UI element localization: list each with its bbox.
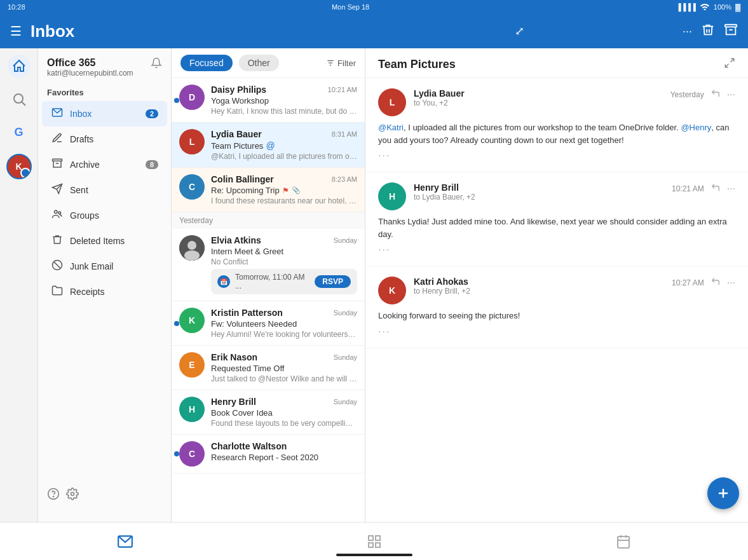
email-time: Sunday bbox=[334, 236, 357, 244]
nav-search[interactable] bbox=[8, 88, 31, 111]
filter-button[interactable]: Filter bbox=[326, 58, 356, 68]
avatar bbox=[179, 235, 205, 261]
email-content: Charlotte Waltson Research Report - Seot… bbox=[211, 441, 357, 467]
thread-more-icon[interactable]: ··· bbox=[727, 277, 735, 289]
home-indicator bbox=[336, 554, 412, 556]
unread-indicator bbox=[174, 98, 179, 103]
email-item-lydia[interactable]: L Lydia Bauer 8:31 AM Team Pictures @ @K… bbox=[172, 123, 365, 168]
thread-more-icon[interactable]: ··· bbox=[727, 89, 735, 100]
thread-sender: Katri Ahokas bbox=[414, 277, 664, 287]
help-icon[interactable] bbox=[47, 488, 60, 503]
avatar: H bbox=[179, 397, 205, 422]
deleted-icon bbox=[51, 234, 64, 248]
thread-reply-icon[interactable] bbox=[711, 277, 721, 289]
expand-icon[interactable]: ⤢ bbox=[515, 24, 524, 38]
bell-icon[interactable] bbox=[151, 57, 162, 72]
archive-badge: 8 bbox=[146, 160, 158, 169]
thread-container: L Lydia Bauer to You, +2 Yesterday ··· bbox=[365, 78, 748, 526]
trash-icon[interactable] bbox=[701, 23, 715, 40]
thread-ellipsis[interactable]: ··· bbox=[378, 326, 735, 338]
thread-reply-icon[interactable] bbox=[711, 88, 721, 101]
inbox-icon bbox=[51, 107, 64, 121]
email-item-daisy[interactable]: D Daisy Philips 10:21 AM Yoga Workshop H… bbox=[172, 78, 365, 123]
tab-focused[interactable]: Focused bbox=[180, 55, 233, 71]
sidebar-item-sent[interactable]: Sent bbox=[42, 177, 167, 203]
thread-body: Thanks Lydia! Just added mine too. And l… bbox=[378, 215, 735, 240]
email-preview: No Conflict bbox=[211, 257, 357, 266]
rsvp-button[interactable]: RSVP bbox=[315, 275, 351, 288]
thread-time: Yesterday bbox=[670, 90, 704, 99]
svg-point-1 bbox=[14, 94, 23, 103]
avatar: K bbox=[179, 308, 205, 333]
svg-rect-0 bbox=[725, 24, 737, 27]
battery-text: 100% bbox=[714, 3, 731, 11]
email-content: Kristin Patterson Sunday Fw: Volunteers … bbox=[211, 308, 357, 339]
email-item-erik[interactable]: E Erik Nason Sunday Requested Time Off J… bbox=[172, 346, 365, 390]
thread-to: to Lydia Bauer, +2 bbox=[414, 193, 664, 201]
status-bar: 10:28 Mon Sep 18 ▐▐▐▐ 100% ▓ bbox=[0, 0, 748, 14]
thread-message-3: K Katri Ahokas to Henry Brill, +2 10:27 … bbox=[365, 266, 748, 348]
avatar: C bbox=[179, 441, 205, 467]
sent-label: Sent bbox=[70, 185, 158, 195]
email-content: Henry Brill Sunday Book Cover Idea Found… bbox=[211, 397, 357, 428]
detail-header: Team Pictures bbox=[365, 48, 748, 78]
svg-point-8 bbox=[58, 212, 61, 214]
groups-label: Groups bbox=[70, 210, 158, 221]
bottom-nav-mail[interactable] bbox=[117, 533, 133, 550]
more-icon[interactable]: ··· bbox=[683, 25, 692, 38]
thread-ellipsis[interactable]: ··· bbox=[378, 150, 735, 161]
thread-reply-icon[interactable] bbox=[711, 182, 721, 195]
junk-label: Junk Email bbox=[70, 261, 158, 271]
email-subject: Yoga Workshop bbox=[211, 96, 357, 106]
tab-other[interactable]: Other bbox=[239, 55, 279, 71]
attachment-icon: 📎 bbox=[292, 186, 301, 195]
sidebar-item-receipts[interactable]: Receipts bbox=[42, 279, 167, 304]
receipts-label: Receipts bbox=[70, 287, 158, 297]
sidebar-item-drafts[interactable]: Drafts bbox=[42, 126, 167, 152]
email-time: 10:21 AM bbox=[328, 86, 357, 93]
email-content: Elvia Atkins Sunday Intern Meet & Greet … bbox=[211, 235, 357, 294]
unread-indicator bbox=[174, 451, 179, 456]
inbox-badge: 2 bbox=[146, 109, 158, 118]
sidebar-item-inbox[interactable]: Inbox 2 bbox=[42, 101, 167, 126]
account-email: katri@lucernepubintl.com bbox=[47, 69, 133, 78]
bottom-nav-apps[interactable] bbox=[367, 534, 382, 549]
receipts-icon bbox=[51, 285, 64, 299]
nav-home[interactable] bbox=[8, 55, 31, 78]
avatar: L bbox=[179, 129, 205, 154]
thread-more-icon[interactable]: ··· bbox=[727, 183, 735, 195]
account-name: Office 365 bbox=[47, 57, 133, 69]
sidebar-item-groups[interactable]: Groups bbox=[42, 203, 167, 228]
settings-icon[interactable] bbox=[66, 488, 79, 503]
thread-ellipsis[interactable]: ··· bbox=[378, 244, 735, 256]
email-item-charlotte[interactable]: C Charlotte Waltson Research Report - Se… bbox=[172, 435, 365, 474]
email-item-henry[interactable]: H Henry Brill Sunday Book Cover Idea Fou… bbox=[172, 390, 365, 435]
email-item-kristin[interactable]: K Kristin Patterson Sunday Fw: Volunteer… bbox=[172, 301, 365, 346]
nav-avatar[interactable]: K bbox=[6, 154, 32, 179]
sidebar-item-archive[interactable]: Archive 8 bbox=[42, 152, 167, 177]
menu-button[interactable]: ☰ bbox=[10, 24, 22, 39]
email-content: Erik Nason Sunday Requested Time Off Jus… bbox=[211, 352, 357, 383]
bottom-nav-calendar[interactable] bbox=[616, 534, 631, 549]
sidebar-item-deleted[interactable]: Deleted Items bbox=[42, 228, 167, 254]
email-sender: Colin Ballinger bbox=[211, 174, 274, 184]
sidebar-item-junk[interactable]: Junk Email bbox=[42, 254, 167, 279]
expand-detail-icon[interactable] bbox=[724, 57, 735, 71]
svg-line-2 bbox=[22, 102, 25, 106]
email-detail: Team Pictures L Lydia Bauer to You, +2 Y… bbox=[365, 48, 748, 560]
header: ☰ Inbox ⤢ ··· bbox=[0, 14, 748, 48]
nav-google[interactable]: G bbox=[8, 121, 31, 144]
date-separator-yesterday: Yesterday bbox=[172, 212, 365, 229]
svg-line-10 bbox=[54, 262, 61, 269]
email-preview: I found these restaurants near our hotel… bbox=[211, 196, 357, 205]
email-list-header: Focused Other Filter bbox=[172, 48, 365, 78]
email-item-colin[interactable]: C Colin Ballinger 8:23 AM Re: Upcoming T… bbox=[172, 168, 365, 212]
svg-rect-4 bbox=[53, 159, 62, 161]
email-sender: Erik Nason bbox=[211, 352, 257, 362]
archive-icon[interactable] bbox=[724, 23, 738, 40]
filter-label: Filter bbox=[337, 58, 356, 68]
email-item-elvia[interactable]: Elvia Atkins Sunday Intern Meet & Greet … bbox=[172, 229, 365, 301]
email-subject: Research Report - Seot 2020 bbox=[211, 453, 357, 462]
email-preview: Hey Alumni! We're looking for volunteers… bbox=[211, 330, 357, 339]
detail-icons bbox=[724, 57, 735, 71]
